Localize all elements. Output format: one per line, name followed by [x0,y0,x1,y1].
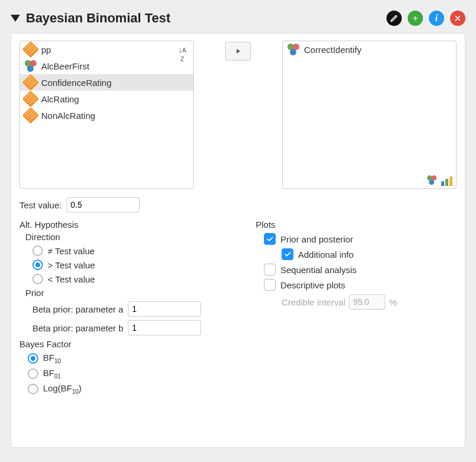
direction-label: Direction [25,232,220,242]
available-variables-list[interactable]: ↓AZ ppAlcBeerFirstConfidenceRatingAlcRat… [19,41,194,189]
credible-interval-suffix: % [389,297,396,307]
variable-label: AlcBeerFirst [41,61,90,71]
variable-item[interactable]: CorrectIdentify [283,41,456,58]
radio-logbf[interactable]: Log(BF10) [28,383,220,395]
radio-bf01[interactable]: BF01 [28,368,220,380]
nominal-icon [287,44,299,55]
credible-interval-label: Credible interval [282,297,345,307]
test-value-label: Test value: [19,200,62,210]
check-prior-posterior[interactable]: Prior and posterior [264,233,457,245]
plots-label: Plots [256,220,457,230]
add-icon[interactable] [408,11,423,26]
radio-lt-label: < Test value [48,274,95,284]
check-additional-info[interactable]: Additional info [282,248,457,260]
variable-label: NonAlcRating [41,111,95,121]
scale-icon [22,41,39,58]
check-sequential[interactable]: Sequential analysis [264,264,457,275]
radio-bf01-label: BF01 [43,368,61,380]
edit-icon[interactable] [386,11,402,26]
alt-hypothesis-label: Alt. Hypothesis [19,220,220,230]
check-sequential-label: Sequential analysis [280,265,356,275]
radio-ne-label: ≠ Test value [48,246,95,256]
variable-label: AlcRating [41,94,79,104]
variable-label: CorrectIdentify [304,45,362,55]
scale-icon [22,74,39,91]
variable-label: ConfidenceRating [41,78,111,88]
beta-a-label: Beta prior: parameter a [32,304,123,314]
scale-icon [22,91,39,107]
radio-lt-test-value[interactable]: < Test value [32,274,220,284]
move-right-button[interactable] [225,42,251,61]
variable-item[interactable]: AlcRating [20,91,193,107]
radio-bf10-label: BF10 [43,353,61,364]
radio-gt-test-value[interactable]: > Test value [32,260,220,270]
check-descriptive-label: Descriptive plots [280,280,345,290]
scale-icon [22,107,39,124]
beta-a-input[interactable] [128,301,201,317]
test-value-input[interactable] [67,197,140,212]
radio-ne-test-value[interactable]: ≠ Test value [32,245,220,256]
variable-item[interactable]: AlcBeerFirst [20,58,193,74]
radio-bf10[interactable]: BF10 [28,353,220,364]
info-icon[interactable]: i [429,11,444,26]
check-descriptive[interactable]: Descriptive plots [264,279,457,291]
target-variables-list[interactable]: CorrectIdentify [282,41,457,189]
nominal-icon [25,60,37,72]
nominal-type-icon [427,175,437,185]
radio-logbf-label: Log(BF10) [43,383,81,395]
variable-item[interactable]: ConfidenceRating [20,74,193,91]
ordinal-type-icon [441,177,452,186]
section-toggle-icon[interactable] [11,15,20,22]
prior-label: Prior [25,288,220,298]
variable-item[interactable]: pp [20,41,193,58]
variable-label: pp [41,45,51,55]
variable-item[interactable]: NonAlcRating [20,107,193,124]
beta-b-input[interactable] [128,320,201,335]
check-prior-posterior-label: Prior and posterior [280,234,353,244]
panel-title: Bayesian Binomial Test [26,11,170,26]
bayes-factor-label: Bayes Factor [19,339,220,349]
close-icon[interactable] [450,11,465,26]
radio-gt-label: > Test value [48,260,95,270]
credible-interval-input [349,294,385,310]
check-additional-info-label: Additional info [298,250,353,260]
beta-b-label: Beta prior: parameter b [32,323,123,333]
